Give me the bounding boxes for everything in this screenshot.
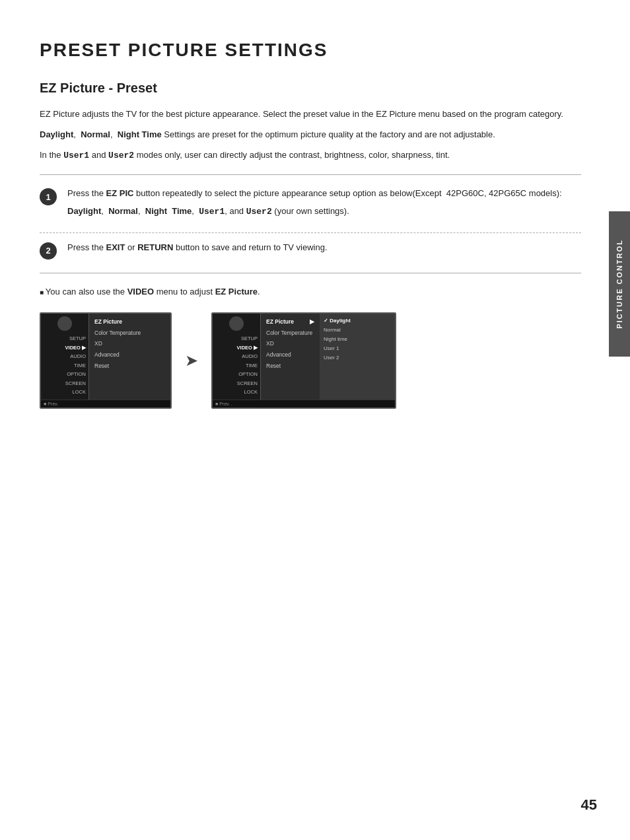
divider-2 bbox=[40, 273, 581, 273]
sidebar-tab-label: PICTURE CONTROL bbox=[615, 239, 623, 329]
s1-sub-colortemp: Color Temperature bbox=[92, 328, 168, 339]
note-line: You can also use the VIDEO menu to adjus… bbox=[40, 285, 581, 299]
s1-menu-screen: SCREEN bbox=[42, 379, 87, 388]
s1-menu-time: TIME bbox=[42, 361, 87, 370]
intro-para-2: Daylight, Normal, Night Time Settings ar… bbox=[40, 128, 581, 142]
steps-container: 1 Press the EZ PIC button repeatedly to … bbox=[40, 187, 581, 260]
tv-screen-2: SETUP VIDEO ▶ AUDIO TIME OPTION SCREEN L… bbox=[211, 312, 396, 409]
s2-opt-normal: Normal bbox=[322, 326, 392, 335]
s2-sub-xd: XD bbox=[263, 338, 317, 349]
page-container: PICTURE CONTROL 45 PRESET PICTURE SETTIN… bbox=[0, 0, 630, 840]
arrow-icon: ➤ bbox=[185, 351, 198, 370]
step-divider bbox=[40, 232, 581, 233]
screens-container: SETUP VIDEO ▶ AUDIO TIME OPTION SCREEN L… bbox=[40, 312, 584, 409]
s2-menu-time: TIME bbox=[214, 361, 259, 370]
s2-menu-setup: SETUP bbox=[214, 335, 259, 344]
s1-footer: ■ Prev. bbox=[41, 400, 170, 407]
s1-sub-xd: XD bbox=[92, 338, 168, 349]
s1-sub-ezpicture: EZ Picture bbox=[92, 316, 168, 328]
s2-opt-user1: User 1 bbox=[322, 344, 392, 353]
step-2-content: Press the EXIT or RETURN button to save … bbox=[67, 241, 581, 255]
step-1: 1 Press the EZ PIC button repeatedly to … bbox=[40, 187, 581, 219]
s2-menu-option: OPTION bbox=[214, 370, 259, 380]
divider-1 bbox=[40, 174, 581, 175]
step-1-modes: Daylight, Normal, Night Time, User1, and… bbox=[67, 205, 581, 219]
s2-menu-screen: SCREEN bbox=[214, 379, 259, 388]
sidebar-tab: PICTURE CONTROL bbox=[609, 211, 630, 357]
s2-sub-ezpicture: EZ Picture▶ bbox=[263, 316, 317, 328]
s1-menu-lock: LOCK bbox=[42, 388, 87, 398]
s2-opt-daylight: Daylight bbox=[322, 316, 392, 326]
page-number: 45 bbox=[581, 796, 597, 814]
s2-menu-video: VIDEO ▶ bbox=[214, 343, 259, 353]
s1-menu-audio: AUDIO bbox=[42, 353, 87, 362]
tv-screen-1: SETUP VIDEO ▶ AUDIO TIME OPTION SCREEN L… bbox=[40, 312, 172, 409]
step-1-number: 1 bbox=[40, 188, 57, 205]
intro-para-3: In the User1 and User2 modes only, user … bbox=[40, 149, 581, 163]
step-2: 2 Press the EXIT or RETURN button to sav… bbox=[40, 241, 581, 260]
s2-menu-audio: AUDIO bbox=[214, 353, 259, 362]
s2-opt-user2: User 2 bbox=[322, 353, 392, 363]
s1-sub-advanced: Advanced bbox=[92, 349, 168, 361]
step-1-content: Press the EZ PIC button repeatedly to se… bbox=[67, 187, 581, 219]
s1-menu-setup: SETUP bbox=[42, 335, 87, 344]
page-title: PRESET PICTURE SETTINGS bbox=[40, 40, 584, 61]
s2-opt-nighttime: Night time bbox=[322, 335, 392, 344]
s2-sub-reset: Reset bbox=[263, 361, 317, 372]
s2-menu-lock: LOCK bbox=[214, 388, 259, 398]
s2-sub-colortemp: Color Temperature bbox=[263, 328, 317, 339]
section-title: EZ Picture - Preset bbox=[40, 81, 584, 96]
intro-para-1: EZ Picture adjusts the TV for the best p… bbox=[40, 108, 581, 122]
s1-menu-option: OPTION bbox=[42, 370, 87, 380]
step-2-number: 2 bbox=[40, 242, 57, 260]
s1-menu-video: VIDEO ▶ bbox=[42, 343, 87, 353]
s2-footer: ■ Prev. . bbox=[213, 400, 395, 407]
s2-sub-advanced: Advanced bbox=[263, 349, 317, 361]
s1-sub-reset: Reset bbox=[92, 361, 168, 372]
